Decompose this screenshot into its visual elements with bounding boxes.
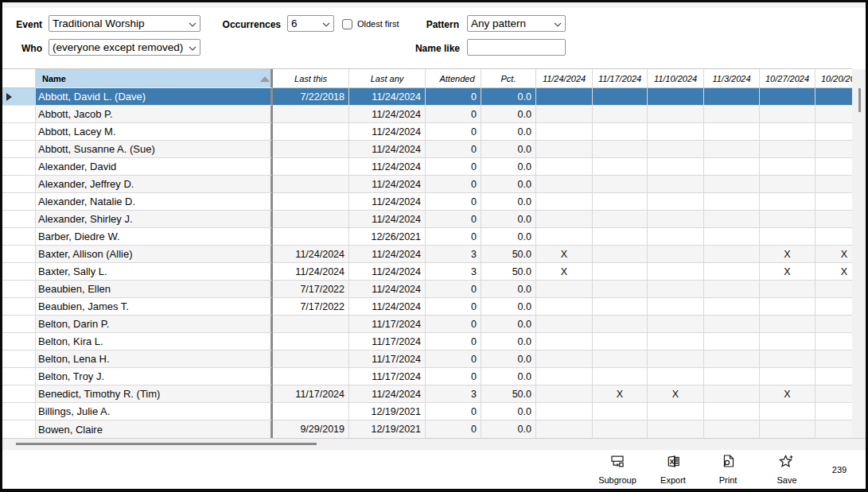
svg-text:X: X bbox=[670, 458, 675, 466]
